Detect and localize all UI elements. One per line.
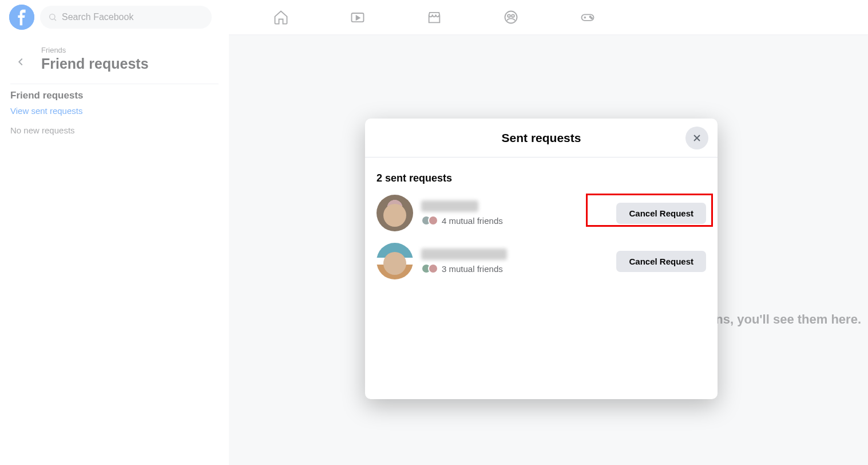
svg-line-2 bbox=[54, 19, 56, 21]
sent-request-row[interactable]: 3 mutual friends Cancel Request bbox=[365, 237, 718, 285]
nav-marketplace[interactable] bbox=[422, 5, 447, 30]
search-icon bbox=[48, 13, 57, 22]
svg-point-4 bbox=[505, 11, 517, 23]
mutual-friends: 4 mutual friends bbox=[421, 215, 608, 226]
sent-requests-modal: Sent requests 2 sent requests 4 mutual f… bbox=[365, 119, 718, 399]
mutual-avatars bbox=[421, 263, 438, 274]
avatar[interactable] bbox=[376, 243, 413, 279]
person-name[interactable] bbox=[421, 200, 478, 212]
close-icon bbox=[691, 132, 703, 144]
mini-avatar bbox=[428, 263, 438, 274]
modal-close-button[interactable] bbox=[685, 127, 708, 149]
divider bbox=[10, 84, 219, 84]
facebook-logo[interactable] bbox=[9, 5, 34, 30]
mutual-text: 4 mutual friends bbox=[442, 216, 503, 226]
svg-point-1 bbox=[50, 14, 55, 19]
view-sent-requests-link[interactable]: View sent requests bbox=[10, 106, 82, 116]
person-name[interactable] bbox=[421, 249, 507, 260]
svg-point-8 bbox=[589, 16, 590, 17]
sidebar: Friends Friend requests Friend requests … bbox=[0, 34, 229, 465]
section-title: Friend requests bbox=[10, 90, 219, 101]
modal-header: Sent requests bbox=[365, 119, 718, 157]
search-input[interactable]: Search Facebook bbox=[40, 6, 212, 29]
empty-state-hint: ns, you'll see them here. bbox=[715, 312, 861, 327]
empty-requests-text: No new requests bbox=[10, 125, 219, 135]
nav-center bbox=[268, 5, 600, 30]
mini-avatar bbox=[428, 215, 438, 226]
arrow-left-icon bbox=[14, 56, 27, 68]
modal-title: Sent requests bbox=[502, 131, 581, 145]
back-button[interactable] bbox=[10, 52, 31, 72]
svg-point-5 bbox=[508, 14, 510, 17]
home-icon bbox=[273, 9, 289, 25]
top-header: Search Facebook bbox=[0, 0, 868, 34]
breadcrumb[interactable]: Friends bbox=[41, 46, 149, 54]
cancel-request-button[interactable]: Cancel Request bbox=[616, 203, 706, 224]
mutual-avatars bbox=[421, 215, 438, 226]
nav-home[interactable] bbox=[268, 5, 294, 30]
gaming-icon bbox=[580, 9, 596, 25]
svg-point-9 bbox=[590, 18, 592, 19]
nav-gaming[interactable] bbox=[575, 5, 600, 30]
page-title: Friend requests bbox=[41, 56, 149, 72]
mutual-text: 3 mutual friends bbox=[442, 264, 503, 274]
marketplace-icon bbox=[426, 9, 442, 25]
cancel-request-button[interactable]: Cancel Request bbox=[616, 251, 706, 272]
nav-groups[interactable] bbox=[498, 5, 524, 30]
sent-count: 2 sent requests bbox=[365, 164, 718, 189]
groups-icon bbox=[503, 9, 519, 25]
avatar[interactable] bbox=[376, 195, 413, 231]
svg-point-6 bbox=[512, 14, 514, 17]
watch-icon bbox=[350, 9, 366, 25]
search-placeholder: Search Facebook bbox=[62, 12, 133, 22]
mutual-friends: 3 mutual friends bbox=[421, 263, 608, 274]
modal-body: 2 sent requests 4 mutual friends Cancel … bbox=[365, 157, 718, 285]
sent-request-row[interactable]: 4 mutual friends Cancel Request bbox=[365, 189, 718, 237]
nav-watch[interactable] bbox=[345, 5, 370, 30]
